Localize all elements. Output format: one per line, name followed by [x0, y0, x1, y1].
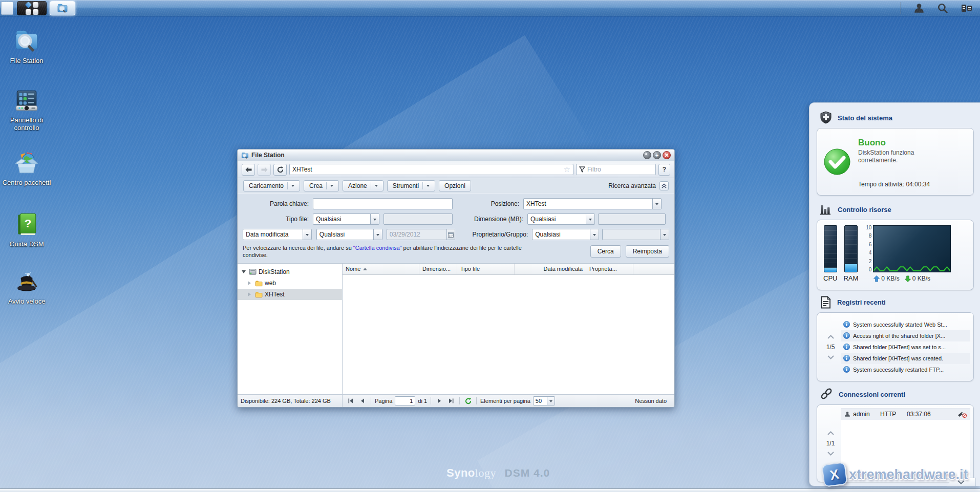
show-desktop-button[interactable]: [1, 2, 13, 15]
back-button[interactable]: [242, 164, 255, 176]
recent-logs-header: Registri recenti: [820, 297, 974, 307]
minimize-button[interactable]: [643, 151, 651, 159]
window-titlebar[interactable]: File Station + ✕: [238, 149, 674, 161]
page-input[interactable]: [395, 396, 415, 405]
last-page-button[interactable]: [446, 396, 456, 405]
owner-select[interactable]: Qualsiasi: [532, 229, 599, 240]
per-page-select[interactable]: 50: [533, 396, 555, 405]
resource-monitor-card: CPU RAM 10 8 6 4 2 0: [817, 220, 974, 290]
log-row[interactable]: Shared folder [XHTest] was set to s...: [841, 341, 970, 353]
first-page-button[interactable]: [346, 396, 355, 405]
pager-down-button[interactable]: [827, 452, 834, 456]
connections-card: 1/1 admin HTTP 03:37:06: [817, 404, 974, 482]
select-arrow-button[interactable]: [547, 397, 555, 405]
file-station-icon: [241, 152, 249, 159]
next-page-icon: [437, 398, 441, 403]
modified-cond-select[interactable]: Qualsiasi: [316, 229, 382, 240]
system-status-header: Stato del sistema: [820, 113, 974, 122]
column-header-data-modificata[interactable]: Data modificata: [515, 264, 586, 274]
advanced-search-toggle[interactable]: [659, 181, 669, 190]
path-input[interactable]: [292, 166, 564, 173]
select-arrow-button[interactable]: [373, 229, 382, 240]
log-row[interactable]: Shared folder [XHTest] was created.: [841, 353, 970, 364]
pager-down-button[interactable]: [827, 355, 834, 359]
expander-open-icon[interactable]: [242, 270, 246, 275]
select-arrow-button[interactable]: [590, 229, 599, 240]
action-menu-button[interactable]: Azione: [343, 180, 384, 191]
expander-closed-icon[interactable]: [248, 292, 253, 296]
control-panel-icon: [14, 87, 39, 113]
filter-input[interactable]: [587, 166, 653, 173]
main-menu-button[interactable]: [17, 1, 47, 15]
tree-root-diskstation[interactable]: DiskStation: [238, 266, 342, 277]
pager-label: 1/1: [826, 440, 835, 447]
desktop-icon-control-panel[interactable]: Pannello di controllo: [2, 87, 51, 132]
tree-item-web[interactable]: web: [238, 277, 342, 289]
shared-folder-link[interactable]: "Cartella condivisa": [353, 245, 402, 251]
tree-item-xhtest[interactable]: XHTest: [238, 289, 342, 300]
download-arrow-icon: [905, 275, 911, 282]
select-arrow-button[interactable]: [652, 199, 661, 209]
user-menu-button[interactable]: [913, 3, 925, 14]
refresh-list-button[interactable]: [463, 396, 473, 405]
owner-extra-select: [602, 229, 669, 240]
forward-button[interactable]: [258, 164, 271, 176]
column-header-tipo-file[interactable]: Tipo file: [457, 264, 515, 274]
connections-header: Connessioni correnti: [820, 390, 974, 399]
reset-button[interactable]: Reimposta: [626, 245, 669, 258]
log-row[interactable]: System successfully started Web St...: [841, 319, 970, 330]
refresh-button[interactable]: [273, 164, 287, 176]
select-arrow-button[interactable]: [370, 214, 379, 224]
options-button[interactable]: Opzioni: [439, 180, 471, 191]
position-select[interactable]: XHTest: [523, 198, 662, 209]
calendar-icon: [448, 232, 454, 238]
pager-up-button[interactable]: [827, 431, 834, 435]
desktop-icon-package-center[interactable]: Centro pacchetti: [2, 149, 51, 187]
desktop-icon-file-station[interactable]: File Station: [2, 28, 51, 65]
calendar-button[interactable]: [446, 229, 455, 240]
nas-icon: [249, 268, 257, 275]
taskbar-separator: [901, 2, 901, 14]
maximize-button[interactable]: +: [653, 151, 661, 159]
column-header-nome[interactable]: Nome: [343, 264, 419, 274]
prev-page-button[interactable]: [358, 396, 367, 405]
desktop-icon-label: Centro pacchetti: [2, 179, 51, 187]
desktop-icon-dsm-help[interactable]: ? Guida DSM: [2, 211, 51, 248]
chevron-down-icon: [589, 219, 592, 222]
file-station-task-button[interactable]: [50, 1, 75, 15]
favorite-star-icon[interactable]: ☆: [564, 165, 570, 174]
date-field: [387, 229, 455, 240]
close-button[interactable]: ✕: [663, 151, 671, 159]
upload-arrow-icon: [874, 275, 880, 282]
chevron-down-icon: [376, 234, 379, 238]
column-header-spacer: [633, 264, 674, 274]
log-row[interactable]: System successfully restarted FTP...: [841, 364, 970, 375]
search-button[interactable]: [937, 3, 948, 14]
log-row[interactable]: Access right of the shared folder [X...: [841, 330, 970, 341]
search-button[interactable]: Cerca: [590, 245, 621, 258]
column-header-proprietario[interactable]: Proprieta...: [586, 264, 633, 274]
desktop-icon-label: Guida DSM: [2, 241, 51, 248]
modified-field-select[interactable]: Data modificata: [243, 229, 312, 240]
pager-up-button[interactable]: [827, 335, 834, 339]
column-header-dimensione[interactable]: Dimensio...: [419, 264, 457, 274]
per-page-label: Elementi per pagina: [480, 398, 530, 404]
folder-icon: [255, 291, 263, 298]
size-select[interactable]: Qualsiasi: [527, 213, 595, 225]
keyword-field[interactable]: [313, 198, 453, 209]
filetype-select[interactable]: Qualsiasi: [313, 213, 379, 225]
expander-closed-icon[interactable]: [248, 281, 253, 285]
select-arrow-button[interactable]: [303, 229, 311, 240]
upload-menu-button[interactable]: Caricamento: [243, 180, 300, 191]
help-button[interactable]: ?: [658, 164, 670, 176]
next-page-button[interactable]: [435, 396, 444, 405]
pilot-view-button[interactable]: [961, 3, 973, 13]
create-menu-button[interactable]: Crea: [304, 180, 339, 191]
connection-row[interactable]: admin HTTP 03:37:06: [841, 409, 970, 420]
disconnect-button[interactable]: [957, 411, 967, 418]
select-arrow-button[interactable]: [586, 214, 594, 224]
desktop-icon-quick-start[interactable]: Avvio veloce: [2, 268, 51, 306]
cpu-meter-fill: [824, 268, 837, 272]
file-list-body[interactable]: [343, 275, 674, 394]
tools-menu-button[interactable]: Strumenti: [387, 180, 435, 191]
